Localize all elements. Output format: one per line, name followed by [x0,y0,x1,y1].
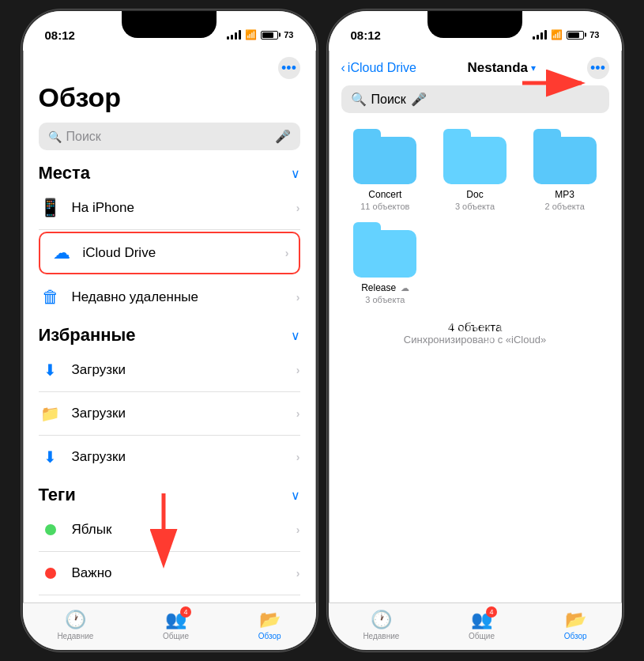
tab-shared-left[interactable]: 👥 4 Общие [163,610,189,640]
notch-right [427,11,522,38]
signal-bars-left [227,30,241,40]
tab-shared-right[interactable]: 👥 4 Общие [469,610,495,640]
tab-browse-left[interactable]: 📂 Обзор [258,610,281,640]
tab-shared-label-left: Общие [163,632,189,640]
search-icon-left: 🔍 [48,130,62,143]
icloud-icon: ☁ [50,241,73,265]
tag-item-0[interactable]: Яблык › [39,508,300,552]
battery-left [261,31,278,40]
fav-label-0: Загрузки [72,362,296,378]
trash-icon: 🗑 [39,285,62,309]
clock-icon-left: 🕐 [65,610,86,630]
fav-item-1[interactable]: 📁 Загрузки › [39,392,300,436]
fav-item-2[interactable]: ⬇ Загрузки › [39,436,300,478]
nav-bar-right: ‹ iCloud Drive Nestanda ▾ ••• [329,51,622,85]
dots-icon: ••• [281,60,296,77]
icloud-label: iCloud Drive [83,245,285,261]
back-button[interactable]: ‹ iCloud Drive [341,61,416,75]
more-button-right[interactable]: ••• [587,57,609,79]
tags-title: Теги [39,485,76,505]
folder-concert[interactable]: Concert 11 объектов [345,134,427,211]
tags-header: Теги ∨ [39,485,300,505]
total-count: 4 объекта [345,320,606,334]
tab-recent-label-right: Недавние [363,632,399,640]
folder-row-2: Release ☁ 3 объекта [329,227,622,304]
tab-recent-left[interactable]: 🕐 Недавние [57,610,93,640]
tag-label-0: Яблык [72,522,296,538]
folder-icon-1: 📁 [39,402,62,425]
folder-name-release: Release ☁ [361,282,409,293]
recently-deleted-chevron: › [296,291,300,304]
fav-label-1: Загрузки [72,406,296,421]
right-content: ‹ iCloud Drive Nestanda ▾ ••• 🔍 Поиск 🎤 [329,51,622,361]
cloud-badge: ☁ [401,283,409,293]
tab-bar-right: 🕐 Недавние 👥 4 Общие 📂 Обзор [329,602,622,650]
places-chevron[interactable]: ∨ [291,166,300,181]
browse-icon-left: 📂 [259,610,281,630]
tab-recent-label-left: Недавние [57,632,93,640]
favorites-header: Избранные ∨ [39,325,300,346]
tab-recent-right[interactable]: 🕐 Недавние [363,610,399,640]
icloud-drive-item[interactable]: ☁ iCloud Drive › [39,232,300,274]
tags-chevron[interactable]: ∨ [291,488,300,503]
folder-mp3[interactable]: MP3 2 объекта [524,134,606,211]
folder-name-doc: Doc [466,189,483,200]
nav-title-group: Nestanda ▾ [423,60,581,76]
mic-icon-right: 🎤 [411,92,427,107]
folder-icon-mp3 [533,134,597,184]
on-iphone-chevron: › [296,202,300,214]
tab-browse-right[interactable]: 📂 Обзор [564,610,587,640]
folder-name-concert: Concert [368,189,401,200]
status-icons-left: 📶 73 [227,29,293,40]
page-title-left: Обзор [23,82,316,123]
fav-item-0[interactable]: ⬇ Загрузки › [39,349,300,392]
places-header: Места ∨ [39,163,300,183]
icloud-chevron: › [285,247,289,259]
tag-item-1[interactable]: Важно › [39,552,300,595]
right-phone: 08:12 📶 73 ‹ [327,9,623,652]
wifi-icon-right: 📶 [551,29,563,40]
places-title: Места [39,163,91,183]
notch-left [122,11,217,38]
more-button-left[interactable]: ••• [278,57,300,79]
search-placeholder-left: Поиск [66,130,270,144]
tab-bar-left: 🕐 Недавние 👥 4 Общие 📂 Обзор [23,602,316,650]
search-bar-left[interactable]: 🔍 Поиск 🎤 [39,123,300,150]
tag-dot-1 [39,561,62,585]
page-header-left: ••• [23,51,316,82]
status-icons-right: 📶 73 [533,29,599,40]
tab-shared-label-right: Общие [469,632,495,640]
time-right: 08:12 [351,28,381,42]
iphone-icon: 📱 [39,196,62,220]
battery-text-right: 73 [589,30,599,40]
recently-deleted-item[interactable]: 🗑 Недавно удаленные › [39,276,300,319]
shared-icon-left: 👥 4 [165,610,186,630]
tab-browse-label-left: Обзор [258,632,281,640]
tag-dot-0 [39,518,62,542]
on-iphone-label: На iPhone [72,200,296,216]
folder-count-concert: 11 объектов [360,202,409,211]
folder-doc[interactable]: Doc 3 объекта [434,134,516,211]
on-iphone-item[interactable]: 📱 На iPhone › [39,187,300,230]
mic-icon-left: 🎤 [275,129,291,144]
folder-count-doc: 3 объекта [455,202,495,211]
search-bar-right[interactable]: 🔍 Поиск 🎤 [341,85,609,113]
nav-dropdown-icon[interactable]: ▾ [531,62,536,74]
sync-label: Синхронизировано с «iCloud» [345,334,606,346]
time-left: 08:12 [45,28,75,42]
browse-icon-right: 📂 [565,610,586,630]
fav-label-2: Загрузки [72,449,296,465]
download-icon-2: ⬇ [39,445,62,469]
wifi-icon-left: 📶 [245,29,257,40]
status-bar-left: 08:12 📶 73 [23,11,316,51]
left-content: ••• Обзор 🔍 Поиск 🎤 Места ∨ 📱 На iPh [23,51,316,652]
signal-bars-right [533,30,547,40]
tag-label-1: Важно [72,565,296,581]
folder-release[interactable]: Release ☁ 3 объекта [345,227,427,304]
places-section: Места ∨ 📱 На iPhone › ☁ iCloud Drive › [23,163,316,319]
shared-badge-right: 4 [486,606,497,618]
favorites-section: Избранные ∨ ⬇ Загрузки › 📁 Загрузки › ⬇ … [23,325,316,478]
favorites-chevron[interactable]: ∨ [291,328,300,343]
download-icon-0: ⬇ [39,358,62,382]
search-icon-right: 🔍 [351,92,367,107]
